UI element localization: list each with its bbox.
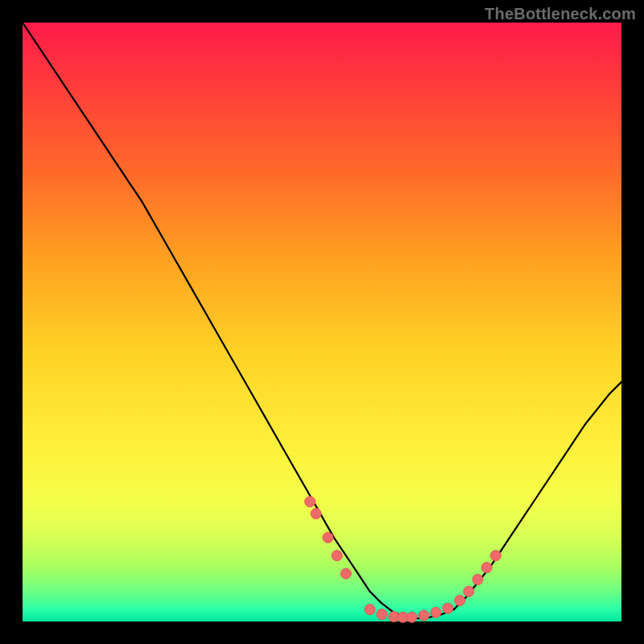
data-dot [419,610,429,621]
watermark-text: TheBottleneck.com [485,5,636,23]
data-dot [305,497,316,507]
chart-frame: TheBottleneck.com [0,0,644,644]
data-dot [407,612,417,622]
data-dot [490,551,501,561]
data-dot [443,603,453,613]
data-dot [481,563,492,573]
data-dot [311,509,321,519]
data-dot [332,551,342,561]
bottleneck-curve [23,23,621,618]
data-dot [464,586,474,597]
data-dot [377,609,387,620]
data-dots [305,497,502,623]
data-dot [473,574,483,584]
curve-svg [23,23,621,621]
data-dot [341,568,351,579]
plot-area [23,23,621,621]
data-dot [323,532,333,543]
data-dot [431,607,441,617]
data-dot [365,605,375,615]
data-dot [455,595,465,605]
